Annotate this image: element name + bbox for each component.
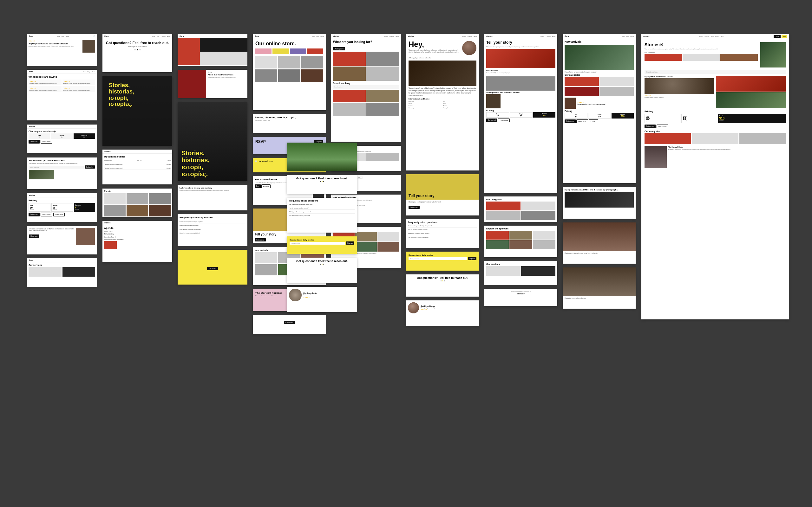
btn-na-contact[interactable]: Contact	[589, 119, 598, 123]
got-q-dots	[289, 181, 355, 182]
events-img-grid	[104, 193, 171, 216]
cta-desc: We are a small team of flower enthusiast…	[29, 228, 74, 232]
upcoming-title: Upcoming events	[104, 155, 171, 158]
card-looking-for: stories StoriesPodcastAbout What are you…	[331, 34, 401, 142]
btn-ts-start[interactable]: Get started	[486, 118, 497, 122]
book-icon: 📖	[255, 160, 257, 162]
btn-subscribe[interactable]: Subscribe	[85, 165, 95, 169]
btn-tell-story[interactable]: Get started	[207, 267, 218, 270]
event3-name: "Weekly, historias o más simples"	[104, 167, 123, 169]
btn-signup-add[interactable]: Sign up	[346, 241, 354, 245]
event3-date: Oct. 22	[166, 167, 171, 169]
signup-title: Sign up to get daily stories	[409, 254, 476, 256]
prod4	[255, 69, 277, 82]
profile-stars: ★★★★★	[420, 308, 477, 311]
ex-img4	[486, 240, 509, 249]
main-canvas: flora ShopBlogAbout 🛒 ★★★★★ Super produc…	[0, 0, 812, 507]
btn-buy-book[interactable]: Buy	[255, 184, 261, 188]
stories-big-title: Stories,historias,ιστορίι,ιστορίες.	[182, 150, 244, 177]
btn-sm-learn[interactable]: Learn more	[657, 124, 669, 128]
look-img3	[333, 66, 366, 81]
btn-na-start[interactable]: Get started	[565, 119, 576, 123]
btn-pricing-start[interactable]: Get started	[29, 213, 40, 216]
faq-item3: What types of content do you publish?	[180, 228, 246, 231]
nav-join[interactable]: Join	[781, 35, 787, 38]
card-woman-col8: Portrait photography collection	[563, 268, 636, 308]
gb-role: Stories member	[303, 294, 355, 296]
about-week-desc: Lorem ipsum dolor sit amet consectetur a…	[180, 189, 246, 191]
btn-pricing-contact[interactable]: Contact us	[53, 213, 65, 216]
event1-name: Tell your story	[104, 160, 112, 161]
logo-upcoming: stories	[104, 151, 111, 153]
signup-add-input[interactable]: Enter your email	[290, 242, 345, 245]
btn-cta[interactable]: Shop now	[29, 234, 39, 238]
tell-story-land-bg: Tell your story	[406, 174, 479, 200]
btn-learn[interactable]: Learn more	[41, 140, 53, 144]
faq2-item3: What types of content do you publish?	[408, 232, 477, 235]
gq2-dots	[408, 280, 477, 281]
search-input2[interactable]: Search stories...	[333, 85, 399, 89]
btn-signup[interactable]: Sign up	[468, 257, 476, 260]
agenda-date2: Saturday, Nov. 2	[104, 236, 171, 238]
btn-pricing-learn[interactable]: Learn more	[41, 213, 53, 216]
about-me-img	[565, 192, 634, 208]
sm-tag-cats: Our categories	[645, 51, 758, 53]
prod3	[301, 56, 323, 68]
ts-lesson-desc: Using natural light for outdoor photogra…	[486, 72, 555, 73]
subscribe-input[interactable]: Enter your email	[29, 166, 84, 169]
sm-left-mid: Super product and customer service! ★★★★…	[645, 76, 714, 108]
our-services-title: Our services	[29, 264, 95, 266]
price-member-desc: per month	[75, 209, 94, 210]
nav-ts: StoriesPodcastAbout	[541, 36, 555, 37]
nav-store: ShopBlogAbout	[312, 36, 324, 37]
subscribe-title: Subscribe to get unlimited access	[29, 159, 95, 162]
cat-culture[interactable]: Culture	[357, 176, 363, 179]
card-tell-story-main: stories StoriesPodcastAbout Tell your st…	[484, 34, 557, 193]
flower-img1	[177, 38, 200, 65]
services-col7-grid	[486, 266, 555, 276]
event1-date: Oct. 12	[137, 160, 142, 161]
event1-loc: Lisbon	[167, 160, 171, 161]
btn-start[interactable]: Get started	[29, 140, 40, 144]
tell-story-img-title: Tell your story	[255, 233, 324, 236]
got-questions-title: Got questions? Feel free to reach out.	[105, 41, 170, 45]
hey-international: International and home	[409, 98, 476, 100]
btn-tell-story-img[interactable]: Get started	[255, 238, 266, 241]
review-text: Amazing quality and very fast shipping. …	[29, 45, 80, 47]
our-services-col7: Our services	[486, 263, 555, 265]
sm-cats-grid	[645, 54, 758, 61]
tell-story-main-desc: Share your photography and tell the worl…	[486, 46, 555, 48]
nav-login[interactable]: Log in	[774, 35, 780, 38]
agenda-image	[104, 241, 117, 249]
ts-img1	[486, 49, 555, 68]
logo5: flora	[29, 259, 33, 261]
review-image	[83, 40, 95, 53]
btn-ts-learn[interactable]: Learn more	[498, 118, 510, 122]
stories-text-title: Stories, historias, ιστορίι, ιστορίες	[255, 116, 324, 119]
nav-actions: 🛒	[93, 35, 95, 37]
faq2-title: Frequently asked questions	[408, 221, 477, 223]
hey-main-image	[409, 60, 476, 86]
logo4: stories	[29, 194, 35, 196]
btn-tell-story-land[interactable]: Get started	[409, 206, 420, 209]
card-tell-story-yellow: Get started	[177, 250, 247, 285]
sm-search[interactable]: Search stories...	[645, 70, 786, 74]
plan-free-price: $0	[30, 136, 49, 138]
btn-sm-start[interactable]: Get started	[645, 124, 656, 128]
card-tell-story-landscape: Tell your story Share your photography j…	[406, 174, 479, 216]
na-pricing-plans: Free $0 Single $5 Member $10	[565, 113, 634, 118]
cat-img3	[486, 211, 520, 220]
ts-img2	[486, 76, 555, 91]
btn-preview-book[interactable]: Preview	[261, 184, 271, 188]
blog2-img2	[366, 153, 399, 161]
color1	[255, 49, 271, 54]
faq-add1: Can I cancel my membership at any time?	[289, 203, 355, 206]
na-price2: $5	[589, 115, 610, 118]
sponsor-label: The Stories Podcast is sponsored by	[486, 291, 555, 292]
btn-tell-story-simple[interactable]: Get started	[284, 321, 295, 324]
btn-na-learn[interactable]: Learn more	[576, 119, 589, 123]
signup-input[interactable]: Enter your email	[409, 257, 467, 260]
got-questions-sub: How to get in touch with us	[105, 46, 170, 48]
hey-desc: We are a small team of photographers, a …	[409, 49, 461, 53]
card-got-q-full: Got questions? Feel free to reach out.	[287, 175, 357, 194]
